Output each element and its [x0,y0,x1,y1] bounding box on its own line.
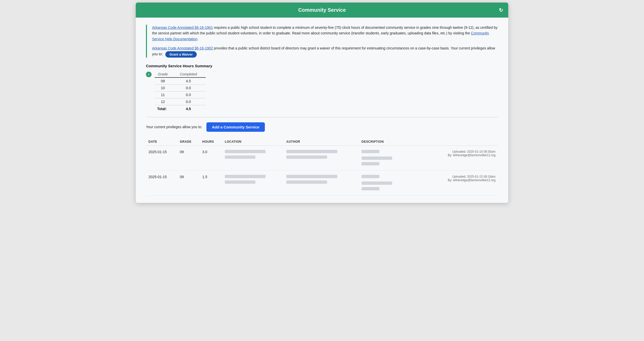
privileges-row: Your current privileges allow you to: Ad… [146,122,498,132]
modal-header: Community Service ↻ [136,3,508,18]
col-completed: Completed [176,71,206,77]
privileges-text: Your current privileges allow you to: [146,125,202,129]
add-community-service-button[interactable]: Add a Community Service [206,122,265,132]
ark-code-link-1[interactable]: Arkansas Code Annotated §6-16-1901 [152,25,213,30]
divider [146,117,498,117]
summary-completed: 4.5 [176,77,206,85]
row-author [284,170,359,195]
summary-row: 09 4.5 [155,77,206,85]
ark-code-link-2[interactable]: Arkansas Code Annotated §6-16-1902 [152,46,213,50]
grant-waiver-button[interactable]: Grant a Waiver [165,51,197,58]
upload-info-line1: Uploaded: 2025-01-15 08:18am [430,175,496,178]
summary-section: Community Service Hours Summary i Grade … [146,64,498,112]
community-service-modal: Community Service ↻ Arkansas Code Annota… [136,3,508,203]
row-location [222,146,284,170]
table-row: 2025-01-15 09 1.5 Uploaded: 2025-01-1 [146,170,498,195]
col-upload [427,138,498,146]
info-section: Arkansas Code Annotated §6-16-1901 requi… [146,25,498,58]
col-grade: Grade [155,71,176,77]
summary-grade: 11 [155,91,176,98]
summary-title: Community Service Hours Summary [146,64,498,68]
row-date: 2025-01-15 [146,170,177,195]
summary-row: 11 0.0 [155,91,206,98]
upload-info-line1: Uploaded: 2025-01-15 08:30am [430,150,496,153]
summary-grade: 09 [155,77,176,85]
refresh-icon[interactable]: ↻ [499,7,503,13]
summary-row: 12 0.0 [155,98,206,105]
summary-completed: 0.0 [176,98,206,105]
paragraph2: Arkansas Code Annotated §6-16-1902 provi… [152,45,498,57]
row-description [359,170,427,195]
row-author [284,146,359,170]
col-description: DESCRIPTION [359,138,427,146]
total-label: Total: [155,105,176,112]
col-grade: GRADE [177,138,200,146]
summary-grade: 12 [155,98,176,105]
info-circle-icon: i [146,72,152,77]
summary-row: 10 0.0 [155,84,206,91]
row-hours: 3.0 [200,146,222,170]
total-value: 4.5 [176,105,206,112]
row-date: 2025-01-15 [146,146,177,170]
summary-grade: 10 [155,84,176,91]
col-date: DATE [146,138,177,146]
table-row: 2025-01-15 09 3.0 Uploaded: 2025-01-1 [146,146,498,170]
row-grade: 09 [177,170,200,195]
row-hours: 1.5 [200,170,222,195]
summary-table: Grade Completed 09 4.5 10 0.0 11 0.0 12 … [155,71,206,112]
upload-info-line2: By: letheredge@bentonvillek12.org [430,178,496,182]
row-upload-info: Uploaded: 2025-01-15 08:18am By: lethere… [427,170,498,195]
col-location: LOCATION [222,138,284,146]
upload-info-line2: By: letheredge@bentonvillek12.org [430,153,496,157]
community-service-table: DATE GRADE HOURS LOCATION AUTHOR DESCRIP… [146,138,498,196]
table-section: DATE GRADE HOURS LOCATION AUTHOR DESCRIP… [146,138,498,196]
summary-wrapper: i Grade Completed 09 4.5 10 0.0 11 0.0 1… [146,71,498,112]
row-upload-info: Uploaded: 2025-01-15 08:30am By: lethere… [427,146,498,170]
modal-body: Arkansas Code Annotated §6-16-1901 requi… [136,18,508,203]
col-author: AUTHOR [284,138,359,146]
summary-completed: 0.0 [176,91,206,98]
modal-title: Community Service [298,7,346,13]
row-description [359,146,427,170]
row-location [222,170,284,195]
paragraph1: Arkansas Code Annotated §6-16-1901 requi… [152,25,498,42]
row-grade: 09 [177,146,200,170]
col-hours: HOURS [200,138,222,146]
paragraph1-end: . [197,37,198,41]
summary-completed: 0.0 [176,84,206,91]
